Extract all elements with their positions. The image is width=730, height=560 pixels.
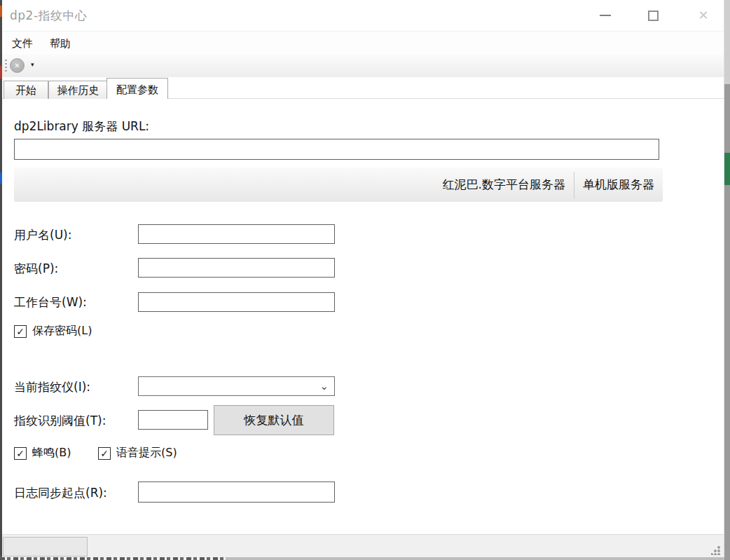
fingerprint-reader-select[interactable]: ⌄ bbox=[138, 376, 335, 396]
hongniba-server-button[interactable]: 红泥巴.数字平台服务器 bbox=[434, 171, 574, 199]
voice-prompt-label: 语音提示(S) bbox=[116, 446, 177, 460]
tab-start[interactable]: 开始 bbox=[4, 81, 48, 99]
password-label: 密码(P): bbox=[14, 261, 58, 277]
threshold-input[interactable] bbox=[138, 410, 208, 430]
toolbar-dropdown-icon[interactable]: ▾ bbox=[31, 61, 34, 68]
minimize-icon bbox=[600, 15, 611, 16]
url-label: dp2Library 服务器 URL: bbox=[14, 118, 149, 135]
background-window-right-edge bbox=[724, 0, 730, 560]
minimize-button[interactable] bbox=[593, 4, 617, 27]
maximize-icon bbox=[648, 11, 659, 21]
close-button[interactable]: ✕ bbox=[691, 4, 715, 27]
workstation-label: 工作台号(W): bbox=[14, 294, 87, 310]
server-shortcut-band: 红泥巴.数字平台服务器 单机版服务器 bbox=[14, 168, 663, 202]
menu-item-file[interactable]: 文件 bbox=[8, 32, 37, 55]
restore-default-button[interactable]: 恢复默认值 bbox=[214, 405, 334, 435]
standalone-server-button[interactable]: 单机版服务器 bbox=[574, 171, 663, 199]
url-input[interactable] bbox=[14, 139, 659, 160]
checkbox-check-icon: ✓ bbox=[14, 325, 27, 338]
background-right-light bbox=[724, 0, 730, 84]
beep-label: 蜂鸣(B) bbox=[32, 446, 71, 460]
workstation-input[interactable] bbox=[138, 292, 335, 312]
voice-prompt-checkbox[interactable]: ✓ 语音提示(S) bbox=[98, 446, 177, 460]
username-input[interactable] bbox=[138, 224, 335, 244]
save-password-label: 保存密码(L) bbox=[32, 324, 92, 339]
config-tab-page: dp2Library 服务器 URL: 红泥巴.数字平台服务器 单机版服务器 用… bbox=[2, 99, 724, 534]
toolbar: ✕ ▾ bbox=[2, 55, 724, 77]
background-right-green bbox=[724, 153, 730, 185]
beep-checkbox[interactable]: ✓ 蜂鸣(B) bbox=[14, 446, 71, 460]
close-icon: ✕ bbox=[698, 9, 708, 22]
password-input[interactable] bbox=[138, 258, 335, 278]
username-label: 用户名(U): bbox=[14, 227, 71, 243]
chevron-down-icon: ⌄ bbox=[319, 384, 329, 388]
menu-item-help[interactable]: 帮助 bbox=[46, 32, 75, 55]
save-password-checkbox[interactable]: ✓ 保存密码(L) bbox=[14, 324, 92, 339]
fingerprint-reader-label: 当前指纹仪(I): bbox=[14, 379, 90, 395]
checkbox-check-icon: ✓ bbox=[98, 447, 111, 460]
resize-grip[interactable] bbox=[711, 546, 720, 555]
log-sync-start-input[interactable] bbox=[138, 482, 335, 503]
maximize-button[interactable] bbox=[641, 4, 665, 27]
screen: dp2-指纹中心 ✕ 文件 帮助 ✕ ▾ 开始 操作历史 配置参数 bbox=[0, 0, 730, 560]
tab-config-params[interactable]: 配置参数 bbox=[106, 78, 168, 99]
threshold-label: 指纹识别阈值(T): bbox=[14, 413, 106, 429]
window-title: dp2-指纹中心 bbox=[10, 8, 88, 24]
title-bar[interactable]: dp2-指纹中心 ✕ bbox=[2, 0, 724, 31]
tab-operation-history[interactable]: 操作历史 bbox=[48, 81, 108, 99]
status-panel bbox=[3, 537, 88, 556]
checkbox-check-icon: ✓ bbox=[14, 447, 27, 460]
toolbar-grip-handle[interactable] bbox=[5, 60, 7, 72]
log-sync-start-label: 日志同步起点(R): bbox=[14, 485, 107, 501]
stop-icon[interactable]: ✕ bbox=[10, 58, 25, 73]
tab-strip: 开始 操作历史 配置参数 bbox=[2, 77, 724, 99]
status-bar bbox=[2, 534, 724, 557]
menu-bar: 文件 帮助 bbox=[2, 31, 724, 55]
app-window: dp2-指纹中心 ✕ 文件 帮助 ✕ ▾ 开始 操作历史 配置参数 bbox=[2, 0, 724, 557]
